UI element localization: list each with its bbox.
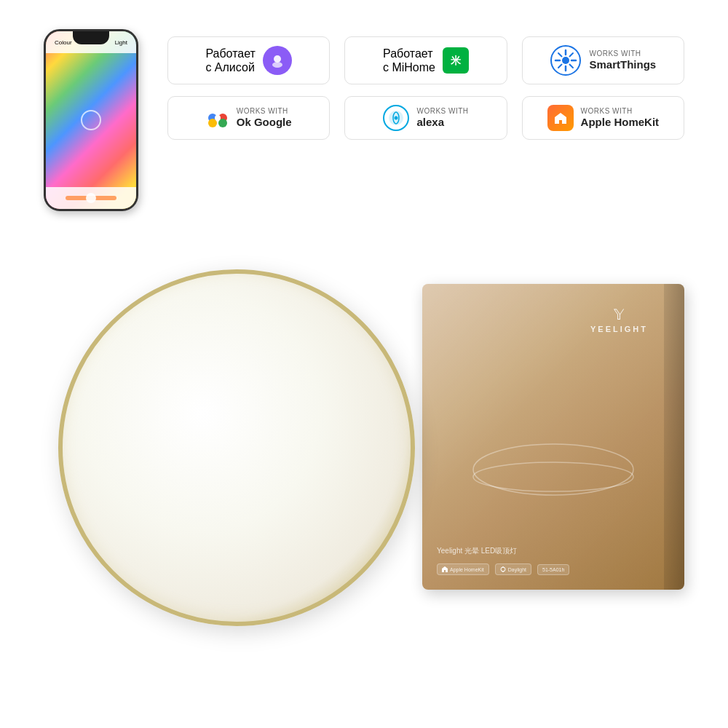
alice-badge: Работает с Алисой <box>167 36 330 84</box>
phone-body: Colour Light <box>44 29 138 211</box>
svg-line-11 <box>558 53 562 57</box>
phone-bottom-bar <box>46 187 136 209</box>
svg-point-19 <box>215 115 221 121</box>
main-container: Colour Light Работает <box>0 0 728 728</box>
phone-circle <box>81 110 101 130</box>
svg-point-24 <box>473 462 633 491</box>
alexa-text: WORKS WITH alexa <box>416 107 468 129</box>
box-badge-daylight: Daylight <box>495 563 531 575</box>
phone-label-light: Light <box>115 39 127 46</box>
box-badge-homekit-label: Apple HomeKit <box>450 567 484 572</box>
google-prefix: works with <box>237 107 292 116</box>
alice-badge-text: Работает с Алисой <box>205 47 256 74</box>
homekit-prefix: Works with <box>581 107 660 116</box>
homekit-icon <box>547 105 574 131</box>
box-right-edge <box>664 284 684 590</box>
alice-icon <box>263 46 292 75</box>
svg-point-3 <box>272 62 282 68</box>
box-bottom-info: Yeelight 光晕 LED吸顶灯 Apple HomeKit Dayligh… <box>437 546 655 575</box>
google-text: works with Ok Google <box>237 107 292 129</box>
smartthings-name: SmartThings <box>589 58 656 71</box>
phone-mockup: Colour Light <box>44 29 138 211</box>
alexa-badge: WORKS WITH alexa <box>344 96 507 140</box>
svg-line-14 <box>558 65 562 68</box>
mihome-badge: Работает с MiHome 米 <box>344 36 507 84</box>
alexa-prefix: WORKS WITH <box>416 107 468 116</box>
box-badge-model-label: 51-5A01h <box>542 567 564 572</box>
svg-line-12 <box>570 65 574 68</box>
alice-line2: с Алисой <box>205 60 256 74</box>
badges-grid: Работает с Алисой Работает с MiHome <box>167 29 684 140</box>
box-product-name: Yeelight 光晕 LED吸顶灯 <box>437 546 655 556</box>
phone-screen: Colour Light <box>46 31 136 209</box>
smartthings-prefix: WORKS WITH <box>589 50 656 58</box>
alexa-icon <box>383 105 409 131</box>
box-lamp-diagram <box>466 437 641 502</box>
product-box: 𝕐 YEELIGHT Yeelight 光晕 LED吸顶灯 Apple Home… <box>422 284 684 590</box>
homekit-text: Works with Apple HomeKit <box>581 107 660 129</box>
phone-notch <box>73 31 109 44</box>
box-badge-model: 51-5A01h <box>537 564 569 575</box>
box-icons-row: Apple HomeKit Daylight 51-5A01h <box>437 563 655 575</box>
smartthings-text: WORKS WITH SmartThings <box>589 50 656 71</box>
google-name: Ok Google <box>237 116 292 129</box>
alexa-name: alexa <box>416 116 468 129</box>
bottom-section: 𝕐 YEELIGHT Yeelight 光晕 LED吸顶灯 Apple Home… <box>0 226 728 692</box>
smartthings-badge: WORKS WITH SmartThings <box>522 36 684 84</box>
light-disc <box>58 269 415 626</box>
homekit-badge: Works with Apple HomeKit <box>522 96 684 140</box>
box-badge-daylight-label: Daylight <box>508 567 526 572</box>
alice-line1: Работает <box>205 47 256 60</box>
mihome-line2: с MiHome <box>383 60 435 74</box>
box-badge-homekit: Apple HomeKit <box>437 563 489 575</box>
svg-point-6 <box>562 57 569 64</box>
box-brand-text: YEELIGHT <box>590 325 648 333</box>
svg-text:米: 米 <box>450 55 462 66</box>
box-logo: 𝕐 YEELIGHT <box>590 306 648 333</box>
top-section: Colour Light Работает <box>0 0 728 226</box>
svg-point-1 <box>86 193 96 203</box>
mihome-badge-text: Работает с MiHome <box>383 47 435 74</box>
svg-line-13 <box>570 53 574 57</box>
homekit-name: Apple HomeKit <box>581 116 660 129</box>
mihome-line1: Работает <box>383 47 435 60</box>
mihome-icon: 米 <box>443 47 469 74</box>
smartthings-icon <box>550 44 582 76</box>
svg-point-2 <box>274 55 281 63</box>
svg-point-22 <box>395 116 398 120</box>
google-badge: works with Ok Google <box>167 96 330 140</box>
phone-label-colour: Colour <box>55 39 72 46</box>
google-icon <box>206 106 229 130</box>
